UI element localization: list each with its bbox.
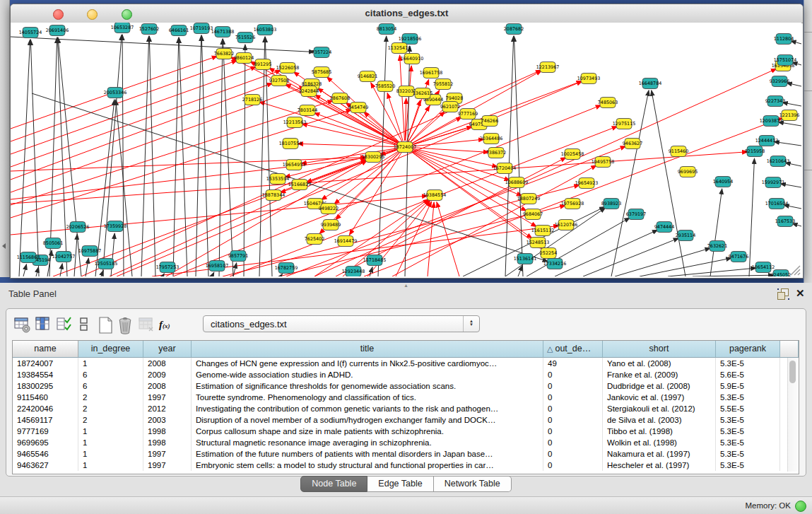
graph-node[interactable]: 9498222 [319,204,339,214]
table-cell[interactable]: 2012 [143,403,192,414]
row-height-icon[interactable] [76,315,94,335]
graph-node[interactable]: 19756928 [561,199,584,209]
graph-node[interactable]: 16120746 [555,220,578,230]
table-cell[interactable]: 1998 [143,426,192,437]
column-header-year[interactable]: year [143,341,192,357]
graph-node[interactable]: 891295 [254,59,271,70]
table-row[interactable]: 911546021997Tourette syndrome. Phenomeno… [13,392,799,403]
graph-node[interactable]: 18107554 [279,139,302,149]
graph-node[interactable]: 7585520 [375,81,395,92]
graph-node[interactable]: 7955812 [433,79,453,90]
table-cell[interactable]: de Silva et al. (2003) [603,414,716,426]
graph-node[interactable]: 16053803 [254,25,277,35]
table-cell[interactable]: 18724007 [13,358,78,369]
table-cell[interactable]: 2 [78,403,143,414]
graph-node[interactable]: 1640954 [713,177,733,187]
table-row[interactable]: 969969511998Structural magnetic resonanc… [13,437,799,448]
dropdown-stepper-icon[interactable]: ▲▼ [463,316,479,332]
graph-node[interactable]: 12923448 [342,267,365,277]
graph-node[interactable]: 19654953 [283,160,306,170]
column-header-in_degree[interactable]: in_degree [78,341,143,357]
table-cell[interactable]: 2 [78,392,143,403]
table-cell[interactable]: Changes of HCN gene expression and I(f) … [192,358,543,369]
graph-node[interactable]: 5875685 [312,67,331,78]
graph-node[interactable]: 15992971 [762,177,785,188]
table-cell[interactable]: Jankovic et al. (1997) [603,392,716,403]
graph-node[interactable]: 8471676 [729,252,748,262]
table-cell[interactable]: 0 [543,426,603,437]
table-cell[interactable]: 1997 [143,460,192,471]
graph-node[interactable]: 14671388 [211,27,235,37]
graph-node[interactable]: 10025458 [561,149,584,160]
tab-node-table[interactable]: Node Table [300,476,367,492]
function-builder-icon[interactable]: f(x) [159,318,177,338]
graph-node[interactable]: 9860124 [234,53,254,64]
create-table-icon[interactable] [97,315,115,335]
table-cell[interactable]: Estimation of significance thresholds fo… [192,380,543,392]
table-cell[interactable]: Tourette syndrome. Phenomenology and cla… [192,392,543,403]
network-window-titlebar[interactable]: citations_edges.txt [11,4,803,23]
table-cell[interactable]: 5.3E-5 [716,414,780,426]
table-scrollbar-thumb[interactable] [789,361,796,383]
memory-ok-indicator[interactable] [795,501,806,512]
table-cell[interactable]: 0 [543,392,603,403]
table-cell[interactable]: Structural magnetic resonance image aver… [192,437,543,448]
graph-node[interactable]: 7625402 [305,234,324,245]
column-header-out_de[interactable]: △out_de… [543,341,603,357]
table-scrollbar[interactable] [787,358,798,472]
table-cell[interactable]: 9465546 [13,448,78,460]
graph-node[interactable]: 9115460 [669,146,688,157]
graph-node[interactable]: 6379197 [626,209,646,220]
graph-node[interactable]: 9327508 [269,76,289,86]
table-cell[interactable]: Wolkin et al. (1998) [603,437,716,448]
table-cell[interactable]: 5.3E-5 [716,426,780,437]
table-cell[interactable]: 2003 [143,414,192,426]
graph-node[interactable]: 15248513 [526,238,550,248]
graph-node[interactable]: 1362615 [413,88,433,99]
graph-node[interactable]: 15226058 [276,63,300,74]
graph-node[interactable]: 7386372 [486,148,506,158]
tab-edge-table[interactable]: Edge Table [367,476,433,492]
table-row[interactable]: 1830029562008Estimation of significance … [13,380,799,392]
graph-node[interactable]: 9463627 [623,139,642,149]
graph-node[interactable]: 15136141 [514,254,537,264]
graph-node[interactable]: 8454749 [348,103,368,113]
table-cell[interactable]: 5.3E-5 [716,460,780,471]
float-panel-icon[interactable] [777,288,789,300]
table-cell[interactable]: 9777169 [13,426,78,437]
graph-node[interactable]: 9329966 [770,76,789,87]
tab-network-table[interactable]: Network Table [434,476,512,492]
table-row[interactable]: 946554611997Estimation of the future num… [13,448,799,460]
table-cell[interactable]: Dudbridge et al. (2008) [603,380,716,392]
table-cell[interactable]: 5.6E-5 [716,369,780,380]
table-cell[interactable]: 1998 [143,437,192,448]
table-cell[interactable]: 1 [78,426,143,437]
graph-node[interactable]: 12444413 [755,136,779,146]
table-cell[interactable]: 9699695 [13,437,78,448]
table-cell[interactable]: 6 [78,380,143,392]
graph-node[interactable]: 7357224 [312,47,331,58]
table-cell[interactable]: 0 [543,437,603,448]
table-cell[interactable]: 18300295 [13,380,78,392]
table-cell[interactable]: 2 [78,414,143,426]
table-cell[interactable]: Tibbo et al. (1998) [603,426,716,437]
table-row[interactable]: 946362711997Embryonic stem cells: a mode… [13,460,799,471]
graph-node[interactable]: 19654923 [575,178,599,189]
graph-node[interactable]: 9939489 [321,220,341,230]
table-cell[interactable]: 49 [543,358,603,369]
table-cell[interactable]: 0 [543,403,603,414]
table-cell[interactable]: Nakamura et al. (1997) [603,448,716,460]
table-cell[interactable]: 0 [543,448,603,460]
graph-node[interactable]: 2867608 [330,93,350,104]
graph-node[interactable]: 6466161 [169,25,189,36]
table-cell[interactable]: 1997 [143,392,192,403]
graph-node[interactable]: 8813054 [377,24,396,35]
graph-node[interactable]: 8215958 [745,146,765,157]
table-cell[interactable]: 5.3E-5 [716,448,780,460]
window-resize-grip[interactable] [788,263,801,276]
table-cell[interactable]: Estimation of the future numbers of pati… [192,448,543,460]
graph-node[interactable]: 9857791 [228,251,248,262]
graph-node[interactable]: 16210643 [767,156,790,167]
table-cell[interactable]: 0 [543,369,603,380]
graph-node[interactable]: 17016504 [765,199,789,209]
